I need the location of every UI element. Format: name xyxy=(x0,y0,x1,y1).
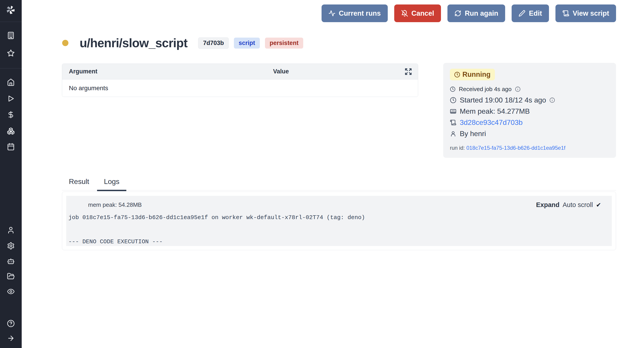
started-row: Started 19:00 18/12 4s ago xyxy=(450,96,609,104)
log-viewer: mem peak: 54.28MB Expand Auto scroll ✔ j… xyxy=(66,196,612,246)
tabs-divider xyxy=(62,190,616,190)
bell-off-icon xyxy=(401,10,408,17)
scroll-icon xyxy=(450,119,456,126)
hash-badge[interactable]: 7d703b xyxy=(198,37,229,49)
workspace-building-icon[interactable] xyxy=(7,32,15,39)
info-icon[interactable] xyxy=(550,97,555,103)
current-runs-button[interactable]: Current runs xyxy=(322,5,388,22)
resources-boxes-icon[interactable] xyxy=(7,127,15,135)
current-runs-label: Current runs xyxy=(339,10,381,18)
toolbar: Current runs Cancel Run again Edit View … xyxy=(322,5,616,22)
user-icon xyxy=(450,131,456,137)
refresh-icon xyxy=(454,10,461,17)
kind-badge: script xyxy=(234,38,260,49)
memory-icon xyxy=(450,108,456,115)
received-row: Received job 4s ago xyxy=(450,86,609,93)
cancel-label: Cancel xyxy=(412,10,434,18)
run-header: u/henri/slow_script 7d703b script persis… xyxy=(62,36,303,50)
variables-dollar-icon[interactable] xyxy=(7,111,15,119)
view-script-button[interactable]: View script xyxy=(556,5,616,22)
sidebar xyxy=(0,0,22,348)
author-row: By henri xyxy=(450,130,609,138)
status-badge: Running xyxy=(450,69,495,80)
scroll-icon xyxy=(562,10,569,17)
tab-logs[interactable]: Logs xyxy=(97,177,126,190)
favorites-star-icon[interactable] xyxy=(7,49,15,57)
script-hash-row: 3d28ce93c47d703b xyxy=(450,118,609,127)
users-icon[interactable] xyxy=(7,226,15,234)
log-card: mem peak: 54.28MB Expand Auto scroll ✔ j… xyxy=(62,192,616,250)
help-icon[interactable] xyxy=(7,319,15,327)
auto-scroll-toggle-label[interactable]: Auto scroll xyxy=(562,201,593,209)
run-id-label: run id: xyxy=(450,145,465,151)
run-id-link[interactable]: 018c7e15-fa75-13d6-b626-dd1c1ea95e1f xyxy=(466,145,565,151)
badges: 7d703b script persistent xyxy=(198,37,303,49)
windmill-logo[interactable] xyxy=(5,5,16,15)
cancel-button[interactable]: Cancel xyxy=(394,5,441,22)
arguments-table-header: Argument Value xyxy=(62,64,418,80)
run-again-button[interactable]: Run again xyxy=(448,5,505,22)
folders-icon[interactable] xyxy=(7,272,15,280)
sidebar-divider xyxy=(0,68,22,69)
status-panel: Running Received job 4s ago Started 19:0… xyxy=(443,63,616,158)
arguments-table: Argument Value No arguments xyxy=(62,64,418,97)
audit-eye-icon[interactable] xyxy=(7,287,15,295)
home-icon[interactable] xyxy=(7,78,15,86)
check-icon[interactable]: ✔ xyxy=(596,201,601,209)
workers-bot-icon[interactable] xyxy=(7,257,15,265)
log-expand-button[interactable]: Expand xyxy=(536,201,560,209)
started-text: Started 19:00 18/12 4s ago xyxy=(460,96,546,104)
runs-play-icon[interactable] xyxy=(7,95,15,103)
schedules-calendar-icon[interactable] xyxy=(7,143,15,151)
argument-column-header: Argument xyxy=(62,68,204,75)
value-column-header: Value xyxy=(204,68,357,75)
result-logs-tabs: Result Logs xyxy=(62,177,127,190)
persistent-badge: persistent xyxy=(265,38,303,49)
mem-peak-text: Mem peak: 54.277MB xyxy=(460,107,530,116)
table-row: No arguments xyxy=(62,80,418,97)
clock-icon xyxy=(454,72,460,78)
script-hash-link[interactable]: 3d28ce93c47d703b xyxy=(460,118,522,127)
info-icon[interactable] xyxy=(515,86,520,92)
author-text: By henri xyxy=(460,130,486,138)
log-output: job 018c7e15-fa75-13d6-b626-dd1c1ea95e1f… xyxy=(68,213,601,246)
run-again-label: Run again xyxy=(465,10,498,18)
run-id-row: run id: 018c7e15-fa75-13d6-b626-dd1c1ea9… xyxy=(450,145,609,151)
page-title: u/henri/slow_script xyxy=(80,36,188,50)
settings-gear-icon[interactable] xyxy=(7,242,15,250)
sidebar-divider xyxy=(0,22,22,22)
activity-icon xyxy=(328,10,336,17)
no-arguments-message: No arguments xyxy=(62,85,108,92)
tab-result[interactable]: Result xyxy=(62,177,96,190)
log-toolbar: mem peak: 54.28MB Expand Auto scroll ✔ xyxy=(68,201,601,209)
log-mem-peak: mem peak: 54.28MB xyxy=(88,201,142,208)
collapse-arrow-icon[interactable] xyxy=(7,334,15,342)
clock-icon xyxy=(450,86,456,92)
clock-icon xyxy=(450,97,456,103)
received-text: Received job 4s ago xyxy=(459,86,512,93)
status-dot xyxy=(62,40,68,46)
pen-icon xyxy=(518,10,526,17)
status-badge-label: Running xyxy=(462,71,490,79)
edit-label: Edit xyxy=(529,10,542,18)
log-actions: Expand Auto scroll ✔ xyxy=(536,201,601,209)
expand-table-icon[interactable] xyxy=(404,68,412,75)
mem-peak-row: Mem peak: 54.277MB xyxy=(450,107,609,116)
view-script-label: View script xyxy=(573,10,609,18)
edit-button[interactable]: Edit xyxy=(512,5,549,22)
